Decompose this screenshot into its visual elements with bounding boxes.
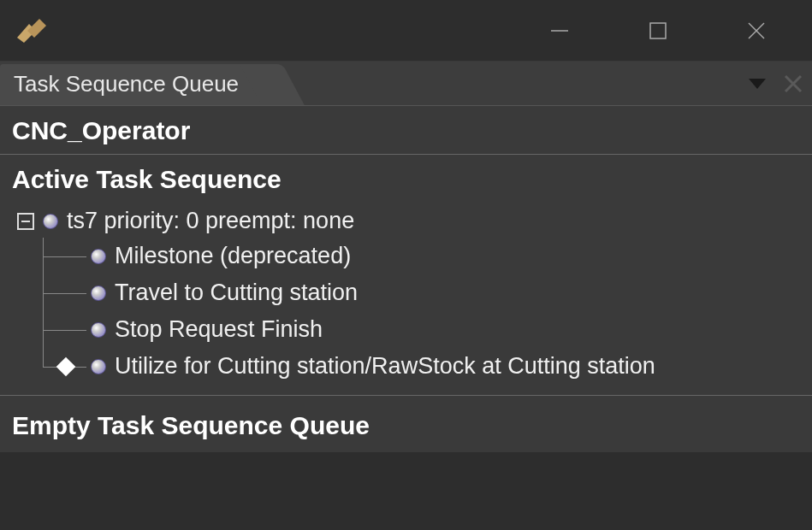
task-tree: ts7 priority: 0 preempt: none Milestone … [0,203,812,395]
task-bullet-icon [91,359,106,374]
task-label: Travel to Cutting station [115,280,358,306]
tab-bar: Task Sequence Queue [0,62,812,106]
collapse-toggle-icon[interactable] [17,213,34,230]
task-bullet-icon [91,322,106,338]
task-row[interactable]: Stop Request Finish [44,311,800,348]
svg-rect-1 [650,23,666,38]
tab-task-sequence-queue[interactable]: Task Sequence Queue [0,64,263,105]
tree-root-label: ts7 priority: 0 preempt: none [67,208,354,234]
task-bullet-icon [43,214,58,229]
task-label: Milestone (deprecated) [115,243,351,269]
operator-name: CNC_Operator [0,106,812,154]
content-area: CNC_Operator Active Task Sequence ts7 pr… [0,106,812,452]
tab-label: Task Sequence Queue [14,71,239,97]
tree-root-row[interactable]: ts7 priority: 0 preempt: none [17,204,800,238]
tab-menu-dropdown-icon[interactable] [749,79,766,89]
task-label: Stop Request Finish [115,316,323,343]
active-task-sequence-header: Active Task Sequence [0,155,812,203]
task-bullet-icon [91,249,106,264]
empty-queue-header: Empty Task Sequence Queue [0,396,812,452]
maximize-button[interactable] [608,0,707,62]
task-row-current[interactable]: Utilize for Cutting station/RawStock at … [44,348,800,385]
tree-children: Milestone (deprecated) Travel to Cutting… [43,238,800,385]
task-bullet-icon [91,286,106,301]
task-row[interactable]: Travel to Cutting station [44,274,800,311]
task-label: Utilize for Cutting station/RawStock at … [115,353,655,380]
window-controls [510,0,805,61]
close-window-button[interactable] [707,0,805,62]
minimize-button[interactable] [510,0,608,62]
app-icon [14,13,50,49]
current-task-marker-icon [56,356,76,376]
task-row[interactable]: Milestone (deprecated) [44,238,800,274]
titlebar [0,0,812,62]
close-panel-icon[interactable] [783,74,803,94]
